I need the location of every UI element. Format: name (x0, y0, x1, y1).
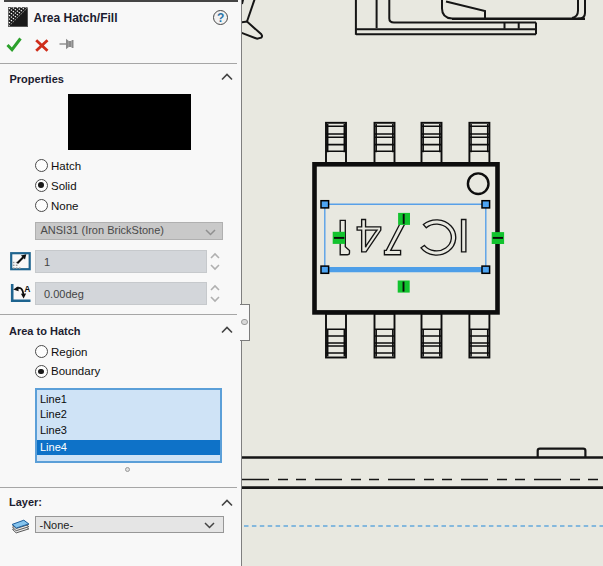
svg-text:A: A (24, 284, 30, 294)
